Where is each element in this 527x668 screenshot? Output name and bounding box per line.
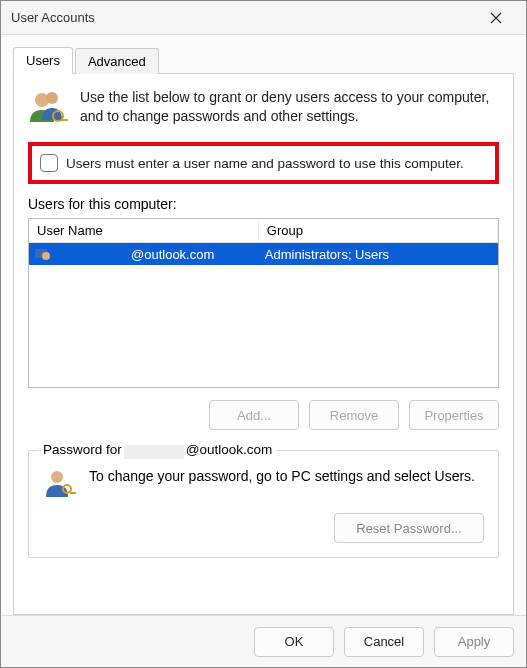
legend-prefix: Password for xyxy=(43,442,122,457)
table-row[interactable]: @outlook.com Administrators; Users xyxy=(29,243,498,265)
reset-password-row: Reset Password... xyxy=(43,513,484,543)
svg-rect-3 xyxy=(61,119,68,121)
window-title: User Accounts xyxy=(11,10,476,25)
tab-strip: Users Advanced xyxy=(13,45,514,73)
column-header-group[interactable]: Group xyxy=(259,220,498,241)
close-button[interactable] xyxy=(476,4,516,32)
tab-advanced[interactable]: Advanced xyxy=(75,48,159,74)
tab-users[interactable]: Users xyxy=(13,47,73,74)
user-accounts-window: User Accounts Users Advanced xyxy=(0,0,527,668)
legend-username-redacted xyxy=(124,445,184,459)
svg-point-5 xyxy=(42,252,50,260)
username-redacted xyxy=(55,247,127,261)
intro-row: Use the list below to grant or deny user… xyxy=(28,88,499,128)
password-info-text: To change your password, go to PC settin… xyxy=(89,467,475,487)
dialog-footer: OK Cancel Apply xyxy=(1,615,526,667)
password-info-row: To change your password, go to PC settin… xyxy=(43,467,484,501)
users-listview[interactable]: User Name Group @outlook.com Administrat… xyxy=(28,218,499,388)
apply-button[interactable]: Apply xyxy=(434,627,514,657)
intro-text: Use the list below to grant or deny user… xyxy=(80,88,499,126)
require-password-checkbox[interactable] xyxy=(40,154,58,172)
users-list-label: Users for this computer: xyxy=(28,196,499,212)
content-area: Users Advanced Use the list below to gra… xyxy=(1,35,526,615)
ok-button[interactable]: OK xyxy=(254,627,334,657)
column-header-username[interactable]: User Name xyxy=(29,220,259,241)
properties-button[interactable]: Properties xyxy=(409,400,499,430)
user-key-icon xyxy=(43,467,77,501)
legend-suffix: @outlook.com xyxy=(186,442,273,457)
user-buttons-row: Add... Remove Properties xyxy=(28,400,499,430)
username-suffix: @outlook.com xyxy=(131,247,214,262)
password-groupbox: Password for @outlook.com To change your… xyxy=(28,450,499,558)
user-account-icon xyxy=(35,247,51,261)
cancel-button[interactable]: Cancel xyxy=(344,627,424,657)
close-icon xyxy=(490,12,502,24)
svg-point-1 xyxy=(46,92,58,104)
add-user-button[interactable]: Add... xyxy=(209,400,299,430)
cell-username: @outlook.com xyxy=(29,245,259,264)
svg-rect-8 xyxy=(70,492,76,494)
require-password-label: Users must enter a user name and passwor… xyxy=(66,156,464,171)
users-list-header: User Name Group xyxy=(29,219,498,243)
require-password-row: Users must enter a user name and passwor… xyxy=(28,142,499,184)
reset-password-button[interactable]: Reset Password... xyxy=(334,513,484,543)
users-keys-icon xyxy=(28,88,68,128)
titlebar: User Accounts xyxy=(1,1,526,35)
tab-panel-users: Use the list below to grant or deny user… xyxy=(13,73,514,615)
password-groupbox-legend: Password for @outlook.com xyxy=(39,442,276,457)
cell-group: Administrators; Users xyxy=(259,245,498,264)
svg-point-6 xyxy=(51,471,63,483)
remove-user-button[interactable]: Remove xyxy=(309,400,399,430)
